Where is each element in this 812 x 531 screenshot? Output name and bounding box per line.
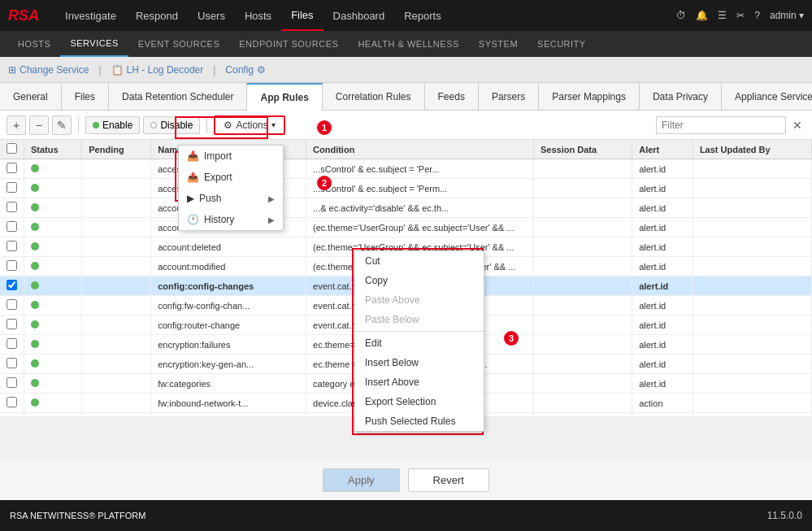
snav-item-security[interactable]: SECURITY [528,31,596,57]
row-checkbox-4[interactable] [7,241,17,251]
table-row[interactable]: access:user-access-m......sControl' & ec… [0,179,812,198]
nav-item-investigate[interactable]: Investigate [55,0,126,31]
change-service-btn[interactable]: ⊞ Change Service [8,64,89,76]
actions-import-item[interactable]: 📥 Import [179,146,283,167]
row-checkbox-6[interactable] [7,280,17,290]
cell-pending [82,296,151,316]
add-rule-button[interactable]: + [7,115,26,135]
table-row[interactable]: account:account-dis......& ec.activity='… [0,198,812,218]
row-checkbox-0[interactable] [7,163,17,173]
table-row[interactable]: access:privilege-esc......sControl' & ec… [0,159,812,179]
table-row[interactable]: account:created(ec.theme='UserGroup' && … [0,218,812,237]
cell-pending [82,276,151,296]
nav-item-files[interactable]: Files [281,0,323,31]
tab-appliance-service-configuration[interactable]: Appliance Service Configuration [722,83,812,111]
export-icon: 📤 [187,172,199,183]
actions-export-item[interactable]: 📤 Export [179,167,283,188]
snav-item-services[interactable]: SERVICES [60,31,128,57]
enable-button[interactable]: Enable [85,116,140,134]
nav-item-dashboard[interactable]: Dashboard [323,0,395,31]
tab-data-privacy[interactable]: Data Privacy [640,83,722,111]
select-all-checkbox[interactable] [7,143,17,154]
context-insert-below[interactable]: Insert Below [355,353,484,372]
nav-item-reports[interactable]: Reports [394,0,451,31]
remove-rule-button[interactable]: − [29,115,49,135]
cell-pending [82,218,151,237]
row-checkbox-8[interactable] [7,319,17,329]
context-cut[interactable]: Cut [355,251,484,271]
separator-1: | [98,64,101,76]
row-checkbox-10[interactable] [7,358,17,368]
log-decoder-btn[interactable]: 📋 LH - Log Decoder [111,64,204,76]
revert-button[interactable]: Revert [408,468,489,492]
help-icon[interactable]: ? [754,10,760,21]
snav-item-hosts[interactable]: HOSTS [8,31,60,57]
tab-correlation-rules[interactable]: Correlation Rules [323,83,425,111]
tab-parser-mappings[interactable]: Parser Mappings [539,83,640,111]
cell-last-updated [693,237,811,257]
bell-icon[interactable]: 🔔 [696,10,708,21]
tab-app-rules[interactable]: App Rules [247,83,322,111]
cell-alert: alert.id [632,355,693,374]
cell-alert: action [632,394,693,413]
clock-icon[interactable]: ⏱ [676,10,686,21]
annotation-number-1: 1 [317,120,332,135]
status-indicator [31,242,39,250]
cell-last-updated [693,179,811,198]
nav-item-users[interactable]: Users [188,0,235,31]
snav-item-system[interactable]: SYSTEM [469,31,528,57]
cell-last-updated [693,335,811,355]
snav-item-endpoint-sources[interactable]: ENDPOINT SOURCES [229,31,348,57]
cell-pending [82,198,151,218]
context-edit[interactable]: Edit [355,333,484,353]
actions-label: Actions [236,120,267,131]
tab-files[interactable]: Files [62,83,109,111]
log-decoder-label: LH - Log Decoder [127,64,204,76]
cell-session-data [534,335,632,355]
context-insert-above[interactable]: Insert Above [355,372,484,392]
tab-general[interactable]: General [0,83,62,111]
cell-last-updated [693,276,811,296]
version-label: 11.5.0.0 [767,510,802,521]
filter-clear-button[interactable]: ✕ [789,117,805,133]
disable-label: Disable [160,120,193,131]
context-push-selected-rules[interactable]: Push Selected Rules [355,411,484,431]
row-checkbox-1[interactable] [7,182,17,193]
cell-session-data [534,316,632,335]
tab-data-retention-scheduler[interactable]: Data Retention Scheduler [109,83,247,111]
snav-item-event-sources[interactable]: EVENT SOURCES [128,31,229,57]
apply-button[interactable]: Apply [323,468,400,492]
disable-dot [150,122,157,128]
filter-input[interactable] [656,116,786,134]
nav-item-respond[interactable]: Respond [126,0,188,31]
row-checkbox-7[interactable] [7,299,17,310]
row-checkbox-11[interactable] [7,377,17,388]
context-export-selection[interactable]: Export Selection [355,392,484,411]
actions-history-item[interactable]: 🕐 History ▶ [179,209,283,230]
nav-item-hosts[interactable]: Hosts [235,0,281,31]
row-checkbox-2[interactable] [7,202,17,212]
context-copy[interactable]: Copy [355,271,484,290]
cell-condition: (ec.theme='UserGroup' && ec.subject='Use… [306,218,534,237]
tab-feeds[interactable]: Feeds [425,83,479,111]
row-checkbox-3[interactable] [7,221,17,232]
tools-icon[interactable]: ✂ [736,10,745,21]
snav-item-health-wellness[interactable]: HEALTH & WELLNESS [348,31,468,57]
cell-pending [82,374,151,394]
admin-menu[interactable]: admin ▾ [770,10,804,21]
actions-push-item[interactable]: ▶ Push ▶ [179,188,283,209]
actions-button[interactable]: ⚙ Actions ▾ [214,115,284,135]
row-checkbox-9[interactable] [7,338,17,349]
edit-rule-button[interactable]: ✎ [52,115,72,135]
status-indicator [31,184,39,192]
status-indicator [31,359,39,368]
config-btn[interactable]: Config ⚙ [225,64,266,76]
filter-area: ✕ [656,116,805,134]
cell-last-updated [693,413,811,417]
disable-button[interactable]: Disable [143,116,200,134]
row-checkbox-5[interactable] [7,260,17,271]
menu-icon[interactable]: ☰ [718,10,727,21]
context-menu: Cut Copy Paste Above Paste Below Edit In… [354,250,484,432]
tab-parsers[interactable]: Parsers [479,83,539,111]
row-checkbox-12[interactable] [7,397,17,407]
